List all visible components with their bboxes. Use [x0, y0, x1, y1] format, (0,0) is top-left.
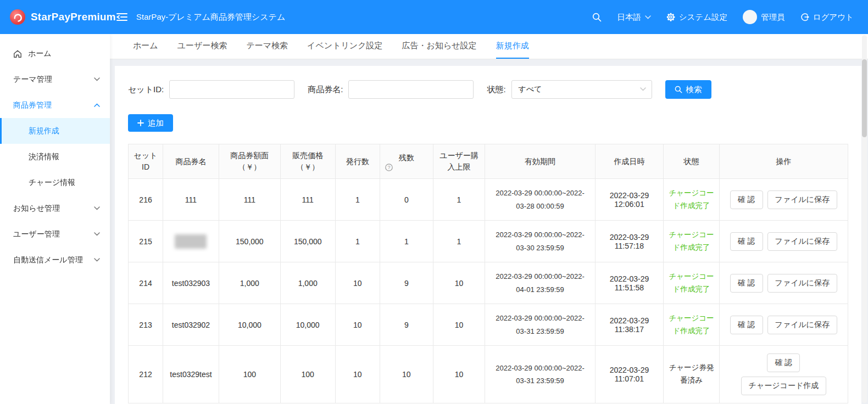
sidebar-item-label: お知らせ管理 — [13, 204, 60, 214]
plus-icon — [137, 120, 144, 126]
cell-actions: 確 認ファイルに保存 — [719, 221, 848, 262]
set-id-input[interactable] — [169, 80, 294, 99]
search-icon[interactable] — [592, 13, 602, 22]
cell-status: チャージコード作成完了 — [664, 262, 720, 304]
language-selector[interactable]: 日本語 — [617, 12, 651, 23]
sidebar-item-label: 決済情報 — [29, 152, 59, 162]
table-row: 212test0329test1001001010102022-03-29 00… — [129, 346, 848, 403]
cell-validity: 2022-03-29 00:00:00~2022-03-30 23:59:59 — [485, 221, 596, 262]
action-button[interactable]: ファイルに保存 — [767, 190, 838, 209]
sidebar-item-user[interactable]: ユーザー管理 — [0, 221, 110, 247]
cell-purchase-limit: 1 — [433, 179, 485, 221]
cell-status: チャージコード作成完了 — [664, 304, 720, 346]
sidebar-item-theme[interactable]: テーマ管理 — [0, 66, 110, 92]
tab-ad-notice[interactable]: 広告・お知らせ設定 — [402, 34, 477, 59]
system-settings-button[interactable]: システム設定 — [666, 12, 727, 23]
table-row: 215150,000150,0001112022-03-29 00:00:00~… — [129, 221, 848, 262]
action-button[interactable]: チャージコード作成 — [741, 377, 827, 395]
cell-issued: 10 — [335, 262, 380, 304]
main-content: ホーム ユーザー検索 テーマ検索 イベントリンク設定 広告・お知らせ設定 新規作… — [110, 34, 868, 404]
cell-set-id: 212 — [129, 346, 163, 403]
tab-bar: ホーム ユーザー検索 テーマ検索 イベントリンク設定 広告・お知らせ設定 新規作… — [110, 34, 868, 59]
vertical-scrollbar[interactable] — [862, 35, 867, 403]
cell-remaining: 10 — [380, 346, 433, 403]
cell-actions: 確 認ファイルに保存 — [719, 179, 848, 221]
chevron-up-icon — [94, 103, 100, 107]
tab-user-search[interactable]: ユーザー検索 — [177, 34, 227, 59]
action-button[interactable]: 確 認 — [730, 316, 763, 334]
add-button-label: 追加 — [148, 118, 164, 128]
voucher-name-input[interactable] — [348, 80, 474, 99]
sidebar-item-label: ホーム — [28, 49, 52, 59]
sidebar-item-label: ユーザー管理 — [13, 229, 60, 239]
brand[interactable]: StarPayPremium — [0, 9, 110, 25]
column-header-validity: 有効期間 — [485, 144, 596, 179]
sidebar-item-charge-info[interactable]: チャージ情報 — [0, 170, 110, 195]
language-label: 日本語 — [617, 12, 641, 23]
avatar — [743, 10, 757, 24]
cell-issued: 1 — [335, 179, 380, 221]
chevron-down-icon — [94, 206, 100, 210]
column-header-face-value: 商品券額面（￥） — [219, 144, 280, 179]
action-button[interactable]: ファイルに保存 — [767, 274, 838, 293]
cell-created-at: 2022-03-29 11:38:17 — [595, 304, 663, 346]
action-button[interactable]: 確 認 — [730, 274, 763, 293]
sidebar-item-label: テーマ管理 — [13, 75, 52, 85]
cell-status: チャージ券発番済み — [664, 346, 720, 403]
brand-name: StarPayPremium — [31, 11, 116, 23]
action-button[interactable]: 確 認 — [767, 354, 800, 372]
admin-label: 管理員 — [761, 12, 785, 23]
cell-created-at: 2022-03-29 11:07:01 — [595, 346, 663, 403]
cell-remaining: 0 — [380, 179, 433, 221]
cell-issued: 10 — [335, 346, 380, 403]
scrollbar-thumb[interactable] — [862, 59, 867, 137]
column-header-remaining: 残数? — [380, 144, 433, 179]
add-button[interactable]: 追加 — [128, 114, 173, 132]
tab-event-link[interactable]: イベントリンク設定 — [307, 34, 382, 59]
action-button[interactable]: 確 認 — [730, 190, 763, 209]
voucher-name-label: 商品券名: — [308, 85, 343, 95]
cell-sale-price: 150,000 — [280, 221, 335, 262]
sidebar-item-label: 自動送信メール管理 — [13, 255, 83, 265]
svg-text:?: ? — [387, 165, 390, 170]
chevron-down-icon — [94, 77, 100, 81]
action-button[interactable]: ファイルに保存 — [767, 316, 838, 334]
cell-purchase-limit: 10 — [433, 304, 485, 346]
sidebar-item-notice[interactable]: お知らせ管理 — [0, 195, 110, 221]
action-button[interactable]: 確 認 — [730, 232, 763, 251]
cell-remaining: 9 — [380, 262, 433, 304]
column-header-set-id: セットID — [129, 144, 163, 179]
cell-face-value: 150,000 — [219, 221, 280, 262]
tab-new-create[interactable]: 新規作成 — [496, 34, 529, 59]
sidebar-item-auto-mail[interactable]: 自動送信メール管理 — [0, 247, 110, 273]
chevron-down-icon — [94, 258, 100, 262]
search-button[interactable]: 検索 — [665, 80, 711, 99]
search-button-label: 検索 — [686, 85, 702, 95]
column-header-purchase-limit: ユーザー購入上限 — [433, 144, 485, 179]
admin-user[interactable]: 管理員 — [743, 10, 785, 24]
content-area: セットID: 商品券名: 状態: すべて 検索 追加 — [110, 59, 868, 404]
menu-collapse-icon[interactable] — [116, 12, 127, 22]
tab-home[interactable]: ホーム — [133, 34, 158, 59]
logout-button[interactable]: ログアウト — [800, 12, 854, 23]
status-select-value: すべて — [519, 85, 542, 94]
action-button[interactable]: ファイルに保存 — [767, 232, 838, 251]
help-icon[interactable]: ? — [385, 164, 393, 171]
sidebar-item-voucher[interactable]: 商品券管理 — [0, 92, 110, 118]
chevron-down-icon — [645, 15, 651, 19]
set-id-label: セットID: — [128, 85, 164, 95]
top-header: StarPayPremium StarPay-プレミアム商品券管理システム 日本… — [0, 0, 868, 34]
sidebar-item-label: 商品券管理 — [13, 100, 52, 110]
cell-set-id: 216 — [129, 179, 163, 221]
column-header-created-at: 作成日時 — [595, 144, 663, 179]
sidebar-item-voucher-create[interactable]: 新規作成 — [0, 118, 110, 144]
cell-name: test032902 — [163, 304, 219, 346]
sidebar-item-home[interactable]: ホーム — [0, 41, 110, 66]
cell-validity: 2022-03-29 00:00:00~2022-03-31 23:59:59 — [485, 304, 596, 346]
tab-theme-search[interactable]: テーマ検索 — [246, 34, 288, 59]
sidebar-item-payment-info[interactable]: 決済情報 — [0, 144, 110, 170]
cell-issued: 1 — [335, 221, 380, 262]
cell-validity: 2022-03-29 00:00:00~2022-03-31 23:59:59 — [485, 346, 596, 403]
cell-status: チャージコード作成完了 — [664, 179, 720, 221]
status-select[interactable]: すべて — [511, 80, 652, 99]
